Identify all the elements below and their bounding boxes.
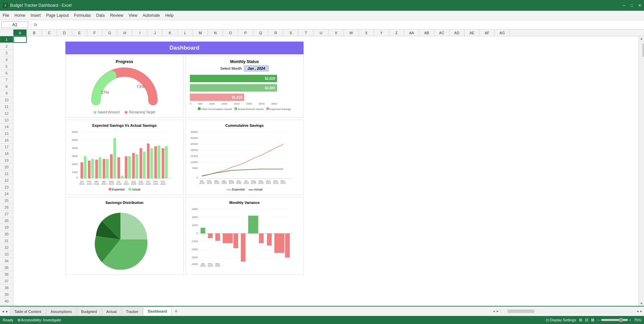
svg-text:2000: 2000 [72,163,78,166]
ribbon-page-layout[interactable]: Page Layout [46,13,68,18]
selected-month[interactable]: Jan , 2024 [244,65,269,71]
tab-budgeted[interactable]: Budgeted [77,307,101,316]
tab-scroll-left[interactable]: ◄► [0,310,10,313]
h-scroll-arrows[interactable]: ◄► [635,310,644,313]
col-header-b[interactable]: B [27,30,42,36]
selected-cell-a1[interactable] [13,36,27,43]
svg-text:2024: 2024 [123,183,129,185]
col-header-j[interactable]: J [148,30,163,36]
col-header-n[interactable]: N [208,30,223,36]
h-scrollbar[interactable] [500,309,635,314]
sheet-scroll-right[interactable]: ◄► [491,310,500,313]
ribbon-file[interactable]: File [3,13,9,18]
ribbon-insert[interactable]: Insert [31,13,41,18]
col-header-x[interactable]: X [359,30,374,36]
svg-rect-17 [84,156,87,178]
zoom-minus[interactable]: ─ [597,318,600,322]
accessibility-text[interactable]: Accessibility: Investigate [21,318,61,322]
h-scroll-thumb[interactable] [507,310,534,313]
display-settings[interactable]: ⊡ Display Settings [546,318,576,322]
col-header-z[interactable]: Z [389,30,404,36]
ribbon-formulas[interactable]: Formulas [74,13,91,18]
col-header-p[interactable]: P [238,30,253,36]
vertical-scrollbar[interactable]: ▲ ▼ [639,36,644,306]
col-header-ab[interactable]: AB [419,30,434,36]
zoom-bar[interactable]: ─ + [597,318,631,322]
formula-input[interactable] [40,22,643,27]
col-header-u[interactable]: U [314,30,329,36]
tab-actual[interactable]: Actual [102,307,121,316]
col-header-r[interactable]: R [268,30,283,36]
row-num-40: 40 [0,298,13,305]
ribbon-home[interactable]: Home [14,13,25,18]
gauge-svg: 27% 73% [88,65,161,109]
title-close[interactable]: ✕ [638,3,641,8]
col-header-s[interactable]: S [283,30,299,36]
col-header-ac[interactable]: AC [434,30,449,36]
zoom-slider[interactable] [601,319,628,321]
svg-text:0: 0 [197,232,198,235]
ribbon-help[interactable]: Help [165,13,174,18]
title-bar: X Budget Tracker Dashboard - Excel ─ □ ✕ [0,0,644,11]
zoom-thumb[interactable] [619,318,623,322]
tab-dashboard[interactable]: Dashboard [143,307,171,316]
col-header-ad[interactable]: AD [449,30,465,36]
svg-text:-4000: -4000 [191,263,198,266]
svg-text:2024: 2024 [101,183,107,185]
col-header-e[interactable]: E [72,30,87,36]
col-header-l[interactable]: L [178,30,193,36]
normal-view-icon[interactable]: ⊞ [579,318,582,322]
col-header-t[interactable]: T [299,30,314,36]
col-header-ae[interactable]: AE [465,30,480,36]
col-header-w[interactable]: W [344,30,359,36]
row-num-25: 25 [0,197,13,204]
col-header-ag[interactable]: AG [495,30,510,36]
row-num-20: 20 [0,164,13,170]
row-num-22: 22 [0,177,13,184]
zoom-plus[interactable]: + [629,318,631,322]
col-header-h[interactable]: H [117,30,132,36]
tab-table-of-content[interactable]: Table of Content [10,307,46,316]
row-num-17: 17 [0,144,13,150]
svg-text:-2000: -2000 [191,248,198,251]
ribbon-review[interactable]: Review [110,13,123,18]
ribbon-view[interactable]: View [129,13,138,18]
col-header-d[interactable]: D [57,30,72,36]
svg-rect-30 [132,153,135,178]
col-header-o[interactable]: O [223,30,238,36]
monthly-variance-title: Monthly Variance [189,201,301,205]
ribbon-automate[interactable]: Automate [143,13,160,18]
svg-text:2024: 2024 [138,183,144,185]
col-header-g[interactable]: G [102,30,117,36]
tab-tracker[interactable]: Tracker [122,307,143,316]
title-minimize[interactable]: ─ [623,3,626,8]
col-header-af[interactable]: AF [480,30,495,36]
col-header-c[interactable]: C [42,30,57,36]
col-header-m[interactable]: M [193,30,208,36]
name-box[interactable]: A1 [1,21,28,28]
page-break-icon[interactable]: ⊠ [591,318,594,322]
col-header-k[interactable]: K [163,30,178,36]
svg-text:42000: 42000 [191,137,198,140]
tab-assumptions[interactable]: Assumptions [46,307,76,316]
col-header-v[interactable]: V [329,30,344,36]
legend-total: Total Cummulative Saved [201,108,232,111]
col-header-a[interactable]: A [13,30,27,36]
row-num-26: 26 [0,204,13,211]
svg-text:3000: 3000 [72,155,78,158]
col-header-aa[interactable]: AA [404,30,419,36]
page-layout-icon[interactable]: ⊟ [585,318,588,322]
col-header-q[interactable]: Q [253,30,268,36]
col-header-i[interactable]: I [132,30,148,36]
tab-add-button[interactable]: + [172,307,180,315]
row-num-9: 9 [0,90,13,97]
exp-vs-act-legend: Expected Actual [68,188,180,191]
col-header-y[interactable]: Y [374,30,389,36]
ribbon-data[interactable]: Data [96,13,105,18]
col-header-f[interactable]: F [87,30,102,36]
row-num-28: 28 [0,217,13,224]
title-maximize[interactable]: □ [631,3,633,8]
svg-text:2024: 2024 [251,182,256,184]
svg-rect-23 [106,159,109,178]
svg-rect-127 [267,233,272,246]
